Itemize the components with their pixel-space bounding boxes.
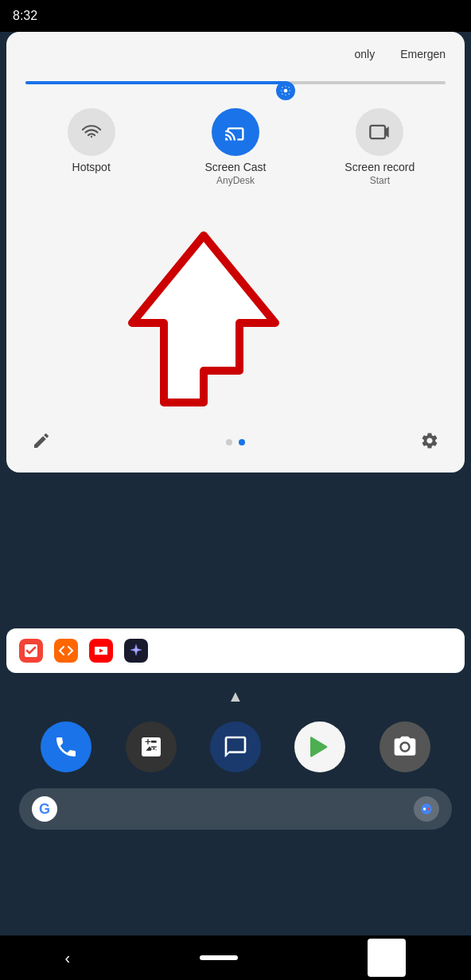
brightness-icon <box>280 85 291 96</box>
brightness-track <box>25 81 446 84</box>
dock-row <box>0 706 471 788</box>
emergency-label[interactable]: Emergen <box>394 45 452 64</box>
svg-point-0 <box>284 89 288 93</box>
tray-icon-code[interactable] <box>54 639 78 663</box>
dock-icon-phone[interactable] <box>41 721 91 772</box>
hotspot-label: Hotspot <box>72 161 111 173</box>
svg-rect-1 <box>371 126 386 138</box>
dock-icon-calculator[interactable] <box>126 721 177 772</box>
tray-icon-youtube[interactable] <box>89 639 113 663</box>
nav-back-button[interactable]: ‹ <box>65 949 71 967</box>
tile-screencast-icon-bg <box>212 108 259 156</box>
phone-icon <box>53 734 79 760</box>
sparkle-icon <box>128 643 144 659</box>
page-dots <box>226 439 245 445</box>
tile-hotspot-icon-bg <box>68 108 115 156</box>
page-dot-1 <box>226 439 232 445</box>
nav-home-pill[interactable] <box>200 955 238 960</box>
svg-point-6 <box>423 807 426 810</box>
nav-bar: ‹ <box>0 935 471 980</box>
nav-recents-placeholder <box>368 939 406 977</box>
screencast-sublabel: AnyDesk <box>216 175 255 186</box>
code-icon <box>58 643 74 659</box>
up-arrow: ▲ <box>0 687 471 706</box>
svg-marker-2 <box>132 235 275 402</box>
gear-icon <box>420 431 439 450</box>
tray-icon-sparkle[interactable] <box>124 639 148 663</box>
playstore-icon <box>307 734 333 760</box>
tile-screenrecord[interactable]: Screen record Start <box>332 108 427 186</box>
camera-icon <box>392 734 418 760</box>
assistant-icon <box>418 801 434 817</box>
top-row: only Emergen <box>19 45 452 64</box>
svg-point-7 <box>427 807 430 810</box>
messages-icon <box>223 734 248 760</box>
youtube-icon <box>93 643 109 659</box>
tile-hotspot[interactable]: Hotspot <box>44 108 139 186</box>
settings-button[interactable] <box>420 431 439 453</box>
brightness-fill <box>25 81 286 84</box>
screencast-label: Screen Cast <box>204 161 266 173</box>
red-arrow-svg <box>116 196 355 410</box>
google-assistant-icon <box>414 796 439 822</box>
silent-only-label[interactable]: only <box>348 45 382 64</box>
dock-icon-playstore[interactable] <box>294 721 345 772</box>
app-tray <box>6 628 465 673</box>
cast-icon <box>224 121 247 143</box>
screenrecord-icon <box>368 121 391 143</box>
search-bar[interactable]: G <box>19 788 452 830</box>
edit-button[interactable] <box>32 431 51 453</box>
svg-point-5 <box>421 803 431 814</box>
bottom-row <box>19 425 452 460</box>
page-dot-2 <box>239 439 245 445</box>
screenrecord-label: Screen record <box>344 161 415 173</box>
brightness-row <box>19 73 452 92</box>
pencil-icon <box>32 431 51 450</box>
quick-settings-panel: only Emergen <box>6 32 465 472</box>
brightness-thumb <box>276 81 295 100</box>
arrow-annotation <box>19 196 452 418</box>
dock-icon-camera[interactable] <box>380 721 430 772</box>
hotspot-icon <box>80 121 103 143</box>
status-bar: 8:32 <box>0 0 471 32</box>
status-time: 8:32 <box>13 9 37 23</box>
dock-icon-messages[interactable] <box>210 721 261 772</box>
tile-screenrecord-icon-bg <box>356 108 403 156</box>
tasks-icon <box>23 643 39 659</box>
google-g-logo: G <box>32 796 57 822</box>
tiles-row: Hotspot Screen Cast AnyDesk Screen recor… <box>19 108 452 186</box>
calculator-icon <box>138 734 164 760</box>
screenrecord-sublabel: Start <box>370 175 390 186</box>
brightness-slider[interactable] <box>25 73 446 92</box>
tile-screencast[interactable]: Screen Cast AnyDesk <box>188 108 283 186</box>
tray-icon-tasks[interactable] <box>19 639 43 663</box>
svg-point-4 <box>401 744 408 751</box>
